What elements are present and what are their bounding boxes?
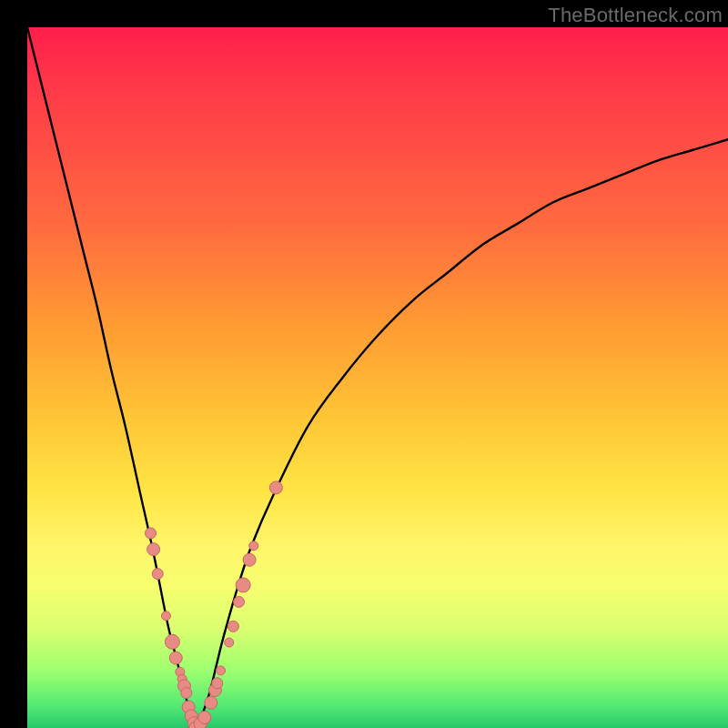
scatter-dot <box>225 638 234 647</box>
scatter-dot <box>152 569 163 580</box>
scatter-dot <box>165 634 179 649</box>
chart-frame: TheBottleneck.com <box>0 0 728 728</box>
scatter-dot <box>205 696 217 709</box>
scatter-dot <box>147 543 160 556</box>
scatter-dot <box>217 666 226 675</box>
bottleneck-curve <box>27 27 728 728</box>
scatter-dot <box>181 688 192 699</box>
scatter-dot <box>269 481 282 494</box>
chart-svg <box>27 27 728 728</box>
scatter-dot <box>146 528 157 539</box>
plot-area <box>27 27 728 728</box>
scatter-dot <box>243 553 256 566</box>
scatter-dot <box>161 612 170 621</box>
scatter-dot <box>169 652 182 664</box>
scatter-dot <box>228 621 238 632</box>
watermark-text: TheBottleneck.com <box>548 4 723 27</box>
scatter-dot <box>234 596 245 607</box>
scatter-dot <box>212 678 223 689</box>
scatter-dot <box>249 541 258 551</box>
scatter-dot <box>236 578 250 592</box>
scatter-dot <box>198 711 211 723</box>
